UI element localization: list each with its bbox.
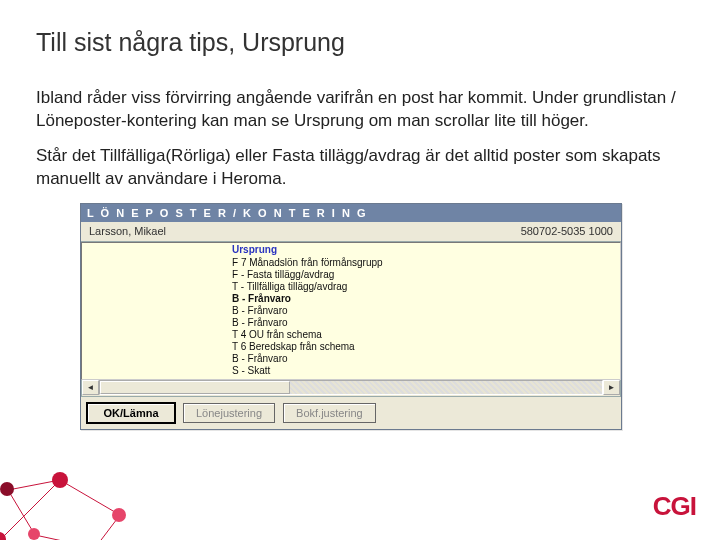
grid-row[interactable]: S - Skatt <box>232 365 592 377</box>
scroll-right-icon[interactable]: ► <box>603 380 620 395</box>
grid-row[interactable]: B - Frånvaro <box>232 293 592 305</box>
slide-title: Till sist några tips, Ursprung <box>36 28 684 57</box>
person-name: Larsson, Mikael <box>89 225 166 237</box>
grid-row[interactable]: T - Tillfälliga tillägg/avdrag <box>232 281 592 293</box>
bokfjustering-button[interactable]: Bokf.justering <box>283 403 376 423</box>
grid-row[interactable]: F - Fasta tillägg/avdrag <box>232 269 592 281</box>
decor-network <box>0 430 150 540</box>
scroll-track[interactable] <box>99 380 603 395</box>
app-window: L Ö N E P O S T E R / K O N T E R I N G … <box>80 203 622 430</box>
svg-line-1 <box>60 480 120 515</box>
ok-button[interactable]: OK/Lämna <box>87 403 175 423</box>
horizontal-scrollbar[interactable]: ◄ ► <box>81 380 621 397</box>
svg-line-4 <box>35 535 95 540</box>
scroll-left-icon[interactable]: ◄ <box>82 380 99 395</box>
grid-row[interactable]: T 4 OU från schema <box>232 329 592 341</box>
brand-logo: CGI <box>653 491 696 522</box>
paragraph-2: Står det Tillfälliga(Rörliga) eller Fast… <box>36 145 684 191</box>
paragraph-1: Ibland råder viss förvirring angående va… <box>36 87 684 133</box>
scroll-thumb[interactable] <box>100 381 290 394</box>
info-row: Larsson, Mikael 580702-5035 1000 <box>81 222 621 242</box>
grid-row[interactable]: B - Frånvaro <box>232 317 592 329</box>
grid-row[interactable]: B - Frånvaro <box>232 305 592 317</box>
grid-row[interactable]: F 7 Månadslön från förmånsgrupp <box>232 257 592 269</box>
lonejustering-button[interactable]: Lönejustering <box>183 403 275 423</box>
window-title: L Ö N E P O S T E R / K O N T E R I N G <box>81 204 621 222</box>
grid-row[interactable]: T 6 Beredskap från schema <box>232 341 592 353</box>
grid-row[interactable]: B - Frånvaro <box>232 353 592 365</box>
column-header-ursprung: Ursprung <box>232 243 592 257</box>
data-grid[interactable]: Ursprung F 7 Månadslön från förmånsgrupp… <box>81 242 621 380</box>
person-id: 580702-5035 1000 <box>521 225 613 237</box>
button-row: OK/Lämna Lönejustering Bokf.justering <box>81 397 621 429</box>
